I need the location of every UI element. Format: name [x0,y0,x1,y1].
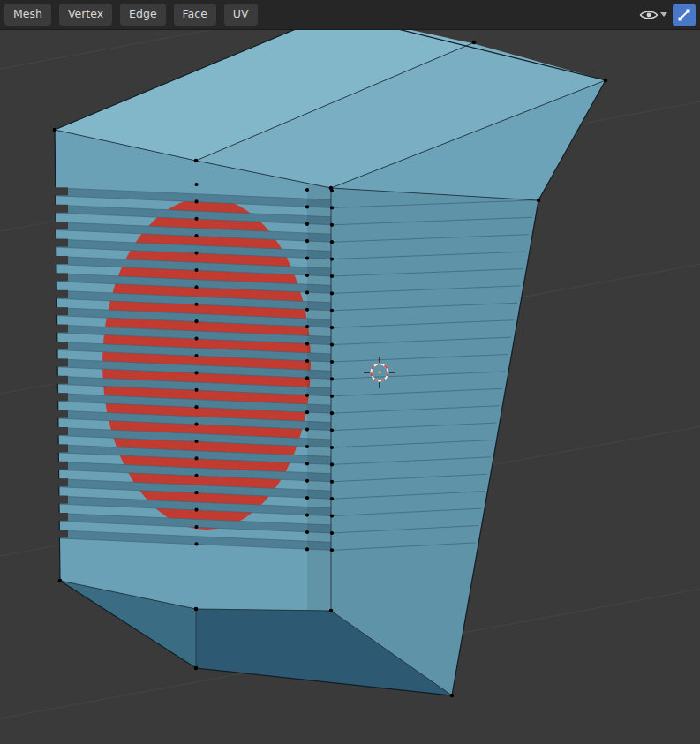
menu-uv[interactable]: UV [224,4,258,26]
visibility-dropdown-button[interactable] [636,4,670,26]
menu-edge[interactable]: Edge [120,4,165,26]
fin-notches [48,187,68,537]
gizmo-toggle-button[interactable] [673,4,696,26]
front-face-group [48,130,332,618]
header-right-controls [636,4,696,26]
viewport-3d[interactable] [0,0,700,744]
menu-mesh[interactable]: Mesh [4,4,51,26]
menu-vertex[interactable]: Vertex [59,4,112,26]
eye-icon [639,8,659,22]
viewport-header: Mesh Vertex Edge Face UV [0,0,700,30]
menu-face[interactable]: Face [174,4,216,26]
front-bevel-shade [307,177,331,618]
chevron-down-icon [660,12,667,17]
diagonal-nodes-icon [677,8,691,22]
blender-window: Mesh Vertex Edge Face UV [0,0,700,744]
